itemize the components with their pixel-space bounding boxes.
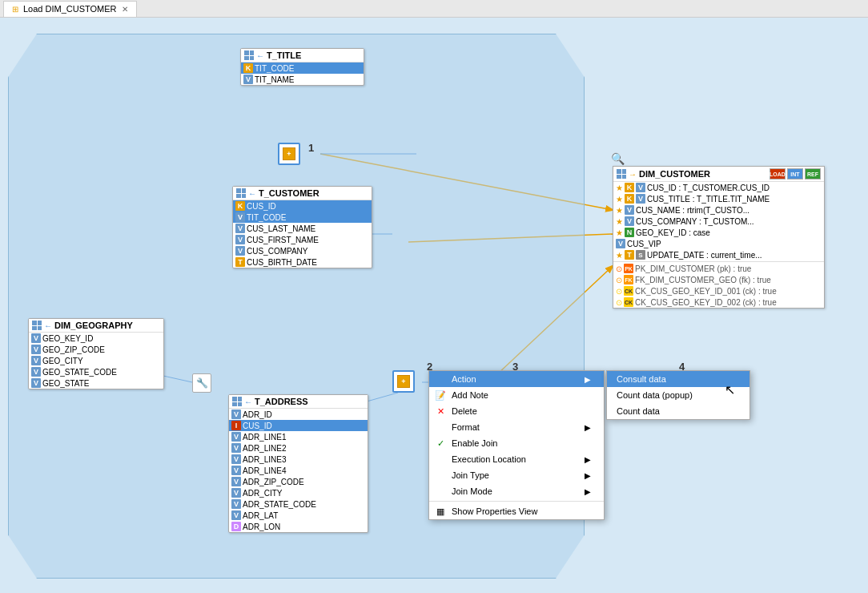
main-tab[interactable]: ⊞ Load DIM_CUSTOMER ✕ <box>3 1 137 17</box>
dim-row[interactable]: V CUS_VIP <box>613 238 824 249</box>
table-name-t-title: T_TITLE <box>267 50 301 60</box>
arrow-left-icon: ← <box>244 397 252 406</box>
menu-item-enable-join[interactable]: ✓ Enable Join <box>429 435 604 451</box>
v-icon: V <box>636 194 645 204</box>
table-row[interactable]: V CUS_LAST_NAME <box>233 223 372 234</box>
table-row[interactable]: D ADR_LON <box>229 521 368 532</box>
key-icon: K <box>243 63 253 73</box>
table-row[interactable]: V ADR_ZIP_CODE <box>229 476 368 487</box>
table-t-customer[interactable]: ← T_CUSTOMER K CUS_ID V TIT_CODE V CUS_L… <box>232 186 372 268</box>
table-header-t-address: ← T_ADDRESS <box>229 395 368 409</box>
table-row[interactable]: V ADR_LINE2 <box>229 442 368 454</box>
table-name-dim-geography: DIM_GEOGRAPHY <box>54 321 133 330</box>
menu-item-action[interactable]: Action ▶ <box>429 371 604 387</box>
table-row[interactable]: V CUS_FIRST_NAME <box>233 234 372 245</box>
table-row[interactable]: V GEO_KEY_ID <box>29 333 163 344</box>
table-header-dim-geography: ← DIM_GEOGRAPHY <box>29 319 163 333</box>
dim-row[interactable]: ★ V CUS_COMPANY : T_CUSTOM... <box>613 216 824 227</box>
table-row[interactable]: T CUS_BIRTH_DATE <box>233 256 372 268</box>
n-icon: N <box>625 228 634 237</box>
connector-node-2[interactable]: + <box>392 370 415 393</box>
ref-button[interactable]: REF <box>805 168 821 180</box>
menu-label: Action <box>452 374 476 384</box>
key-icon: K <box>625 183 634 192</box>
submenu-label: Consult data <box>617 374 666 384</box>
row-label: CUS_ID <box>243 422 272 430</box>
submenu-item-consult-data[interactable]: Consult data <box>607 371 749 387</box>
table-row[interactable]: V ADR_LINE4 <box>229 465 368 476</box>
constraint-row[interactable]: ⊙ FK FK_DIM_CUSTOMER_GEO (fk) : true <box>613 274 824 285</box>
dim-row[interactable]: ★ N GEO_KEY_ID : case <box>613 227 824 238</box>
connector-node-1[interactable]: + <box>278 143 300 165</box>
menu-item-execution-location[interactable]: Execution Location ▶ <box>429 451 604 467</box>
menu-item-show-properties[interactable]: ▦ Show Properties View <box>429 503 604 519</box>
load-button[interactable]: LOAD <box>770 168 786 180</box>
tab-label: Load DIM_CUSTOMER <box>23 4 117 14</box>
tab-close-button[interactable]: ✕ <box>122 5 128 14</box>
search-icon[interactable]: 🔍 <box>611 152 625 165</box>
dim-row[interactable]: ★ K V CUS_ID : T_CUSTOMER.CUS_ID <box>613 182 824 193</box>
dim-row[interactable]: ★ K V CUS_TITLE : T_TITLE.TIT_NAME <box>613 193 824 204</box>
table-dim-customer[interactable]: → DIM_CUSTOMER LOAD INT REF ★ K V CUS_ID… <box>613 166 825 309</box>
table-t-address[interactable]: ← T_ADDRESS V ADR_ID I CUS_ID V ADR_LINE… <box>228 394 368 533</box>
table-row[interactable]: V ADR_ID <box>229 409 368 420</box>
table-row[interactable]: V ADR_CITY <box>229 487 368 498</box>
v-icon: V <box>625 205 634 215</box>
table-row[interactable]: V GEO_ZIP_CODE <box>29 344 163 355</box>
separator <box>613 261 824 262</box>
submenu-item-count-data[interactable]: Count data <box>607 403 749 419</box>
v-icon: V <box>231 432 241 442</box>
menu-item-delete[interactable]: ✕ Delete <box>429 403 604 419</box>
submenu-item-count-data-popup[interactable]: Count data (popup) <box>607 387 749 403</box>
row-label: TIT_CODE <box>247 213 286 222</box>
table-row[interactable]: I CUS_ID <box>229 420 368 431</box>
table-row[interactable]: V TIT_CODE <box>233 212 372 223</box>
table-row[interactable]: V ADR_STATE_CODE <box>229 498 368 510</box>
submenu-arrow-icon: ▶ <box>585 455 591 464</box>
dim-row[interactable]: ★ V CUS_NAME : rtrim(T_CUSTO... <box>613 204 824 216</box>
wrench-node[interactable]: 🔧 <box>192 373 211 393</box>
table-row[interactable]: V GEO_CITY <box>29 355 163 366</box>
submenu-arrow-icon: ▶ <box>585 375 591 384</box>
row-label: ADR_LAT <box>243 511 278 520</box>
table-row[interactable]: V GEO_STATE_CODE <box>29 366 163 377</box>
table-row[interactable]: V TIT_NAME <box>241 74 364 85</box>
row-label: ADR_ZIP_CODE <box>243 478 304 486</box>
table-row[interactable]: V ADR_LAT <box>229 510 368 521</box>
row-label: CUS_COMPANY : T_CUSTOM... <box>636 217 754 226</box>
menu-item-join-type[interactable]: Join Type ▶ <box>429 467 604 483</box>
constraint-label: FK_DIM_CUSTOMER_GEO (fk) : true <box>635 276 771 284</box>
table-row[interactable]: V ADR_LINE3 <box>229 454 368 465</box>
constraint-label: CK_CUS_GEO_KEY_ID_002 (ck) : true <box>635 298 777 307</box>
menu-label: Delete <box>452 406 477 416</box>
table-t-title[interactable]: ← T_TITLE K TIT_CODE V TIT_NAME <box>240 48 364 86</box>
table-row[interactable]: V GEO_STATE <box>29 377 163 389</box>
v-icon: V <box>231 466 241 475</box>
join-type-icon <box>434 469 447 482</box>
menu-item-join-mode[interactable]: Join Mode ▶ <box>429 483 604 499</box>
t-icon: T <box>235 257 245 267</box>
constraint-label: PK_DIM_CUSTOMER (pk) : true <box>635 264 751 273</box>
star-icon: ★ <box>616 184 623 192</box>
table-dim-geography[interactable]: ← DIM_GEOGRAPHY V GEO_KEY_ID V GEO_ZIP_C… <box>28 318 164 389</box>
table-header-t-customer: ← T_CUSTOMER <box>233 187 372 200</box>
menu-item-format[interactable]: Format ▶ <box>429 419 604 435</box>
constraint-row[interactable]: ⊙ PK PK_DIM_CUSTOMER (pk) : true <box>613 263 824 274</box>
int-button[interactable]: INT <box>787 168 803 180</box>
circle-icon: ⊙ <box>616 287 622 296</box>
arrow-left-icon: ← <box>256 51 264 60</box>
constraint-row[interactable]: ⊙ CK CK_CUS_GEO_KEY_ID_001 (ck) : true <box>613 285 824 296</box>
menu-item-add-note[interactable]: 📝 Add Note <box>429 387 604 403</box>
table-row[interactable]: V CUS_COMPANY <box>233 245 372 256</box>
arrow-right-icon: → <box>629 170 637 179</box>
dim-row[interactable]: ★ T S UPDATE_DATE : current_time... <box>613 249 824 260</box>
constraint-row[interactable]: ⊙ CK CK_CUS_GEO_KEY_ID_002 (ck) : true <box>613 296 824 308</box>
star-icon: ★ <box>616 251 623 260</box>
table-row[interactable]: V ADR_LINE1 <box>229 431 368 442</box>
table-row[interactable]: K TIT_CODE <box>241 63 364 74</box>
i-icon: I <box>231 421 241 430</box>
submenu-label: Count data (popup) <box>617 390 693 400</box>
row-label: GEO_ZIP_CODE <box>42 345 105 354</box>
pk-icon: PK <box>624 264 633 273</box>
table-row[interactable]: K CUS_ID <box>233 200 372 212</box>
